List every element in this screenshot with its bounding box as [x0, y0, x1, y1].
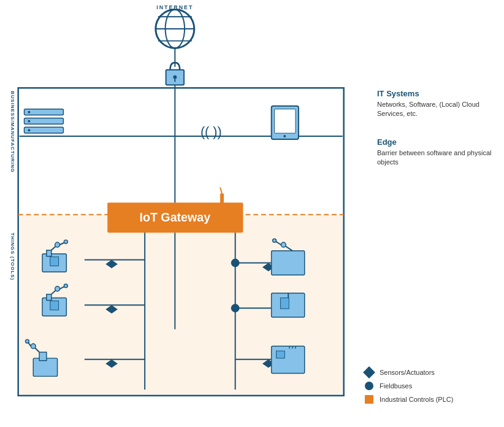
svg-text:IoT Gateway: IoT Gateway: [139, 210, 210, 224]
svg-point-72: [273, 239, 277, 242]
outer-container: INTERNET (( )): [0, 0, 504, 427]
it-systems-title: IT Systems: [377, 89, 500, 98]
svg-rect-74: [280, 298, 289, 309]
legend-sensors-label: Sensors/Actuators: [380, 369, 435, 376]
edge-desc: Barrier between software and physical ob…: [377, 148, 500, 167]
svg-point-52: [55, 242, 60, 247]
svg-text:INTERNET: INTERNET: [156, 5, 193, 11]
right-panel: IT Systems Networks, Software, (Local) C…: [377, 89, 500, 167]
svg-point-20: [28, 129, 30, 131]
svg-point-54: [64, 240, 67, 244]
diagram-svg: INTERNET (( )): [6, 0, 368, 417]
svg-point-16: [28, 111, 30, 113]
circle-icon: [365, 382, 373, 390]
legend: Sensors/Actuators Fieldbuses Industrial …: [365, 368, 500, 409]
svg-rect-57: [47, 294, 52, 301]
svg-point-65: [31, 344, 36, 348]
svg-line-30: [220, 188, 222, 194]
svg-point-25: [283, 135, 286, 137]
svg-rect-76: [272, 346, 305, 373]
svg-rect-68: [272, 251, 305, 275]
svg-rect-56: [50, 301, 59, 310]
svg-text:((  )): (( )): [200, 124, 222, 139]
svg-rect-49: [50, 257, 59, 266]
svg-rect-29: [220, 193, 224, 204]
svg-point-61: [64, 284, 67, 288]
legend-fieldbuses-label: Fieldbuses: [380, 382, 412, 390]
svg-rect-63: [39, 352, 47, 361]
legend-industrial-label: Industrial Controls (PLC): [380, 396, 453, 403]
svg-point-59: [55, 287, 60, 291]
legend-industrial: Industrial Controls (PLC): [365, 395, 500, 404]
svg-point-70: [281, 242, 286, 247]
svg-point-67: [25, 339, 29, 343]
svg-point-46: [231, 304, 240, 312]
svg-text:BUSINESS/MANUFACTURING: BUSINESS/MANUFACTURING: [10, 91, 15, 172]
svg-rect-77: [277, 351, 285, 358]
legend-fieldbuses: Fieldbuses: [365, 382, 500, 390]
svg-point-45: [231, 259, 240, 267]
svg-text:THINGS (TOOLS): THINGS (TOOLS): [10, 233, 15, 280]
diamond-icon: [363, 366, 375, 379]
legend-sensors: Sensors/Actuators: [365, 368, 500, 377]
svg-point-8: [173, 75, 177, 79]
square-icon: [365, 395, 373, 404]
edge-title: Edge: [377, 137, 500, 147]
svg-rect-50: [47, 250, 52, 256]
svg-rect-24: [275, 109, 296, 133]
svg-point-18: [28, 120, 30, 122]
it-systems-desc: Networks, Software, (Local) Cloud Servic…: [377, 100, 500, 119]
